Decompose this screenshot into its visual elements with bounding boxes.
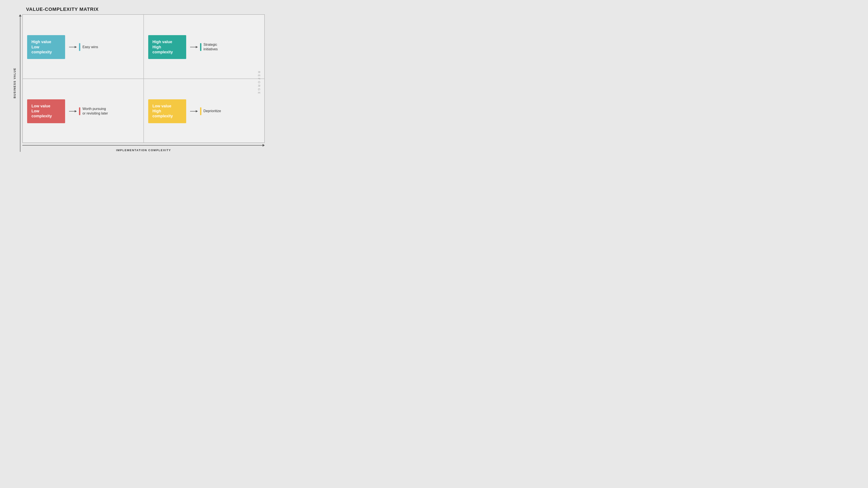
x-axis-label-row: IMPLEMENTATION COMPLEXITY (22, 149, 265, 152)
bottom-right-arrow-icon (190, 109, 198, 113)
quadrant-box-bottom-left: Low value Low complexity (27, 99, 65, 123)
bottom-right-line1: Low value (153, 104, 182, 109)
x-axis-label: IMPLEMENTATION COMPLEXITY (116, 149, 171, 152)
x-axis-arrow (262, 144, 265, 147)
x-axis-line (22, 145, 262, 145)
svg-marker-5 (75, 110, 77, 112)
quadrant-bottom-left: Low value Low complexity Worth pursuingo… (23, 79, 144, 143)
quadrant-bottom-right: Low value High complexity Deprioritize (144, 79, 265, 143)
svg-marker-3 (196, 46, 198, 48)
chart-title: VALUE-COMPLEXITY MATRIX (26, 6, 99, 12)
y-axis-arrow-container (18, 14, 22, 152)
watermark: REFORGE (257, 71, 261, 95)
axis-and-grid: High value Low complexity Easy wins (18, 14, 265, 152)
bottom-left-line2: Low complexity (31, 109, 61, 119)
top-left-color-bar (79, 43, 80, 51)
bottom-left-line1: Low value (31, 104, 61, 109)
bottom-left-arrow-label: Worth pursuingor revisiting later (69, 107, 140, 116)
grid-and-bottom: High value Low complexity Easy wins (22, 14, 265, 152)
top-left-arrow-icon (69, 45, 77, 49)
top-right-arrow-label: Strategicinitiatives (190, 42, 261, 52)
top-left-line1: High value (31, 39, 61, 44)
quadrant-top-right: High value High complexity Strategicinit… (144, 14, 265, 79)
top-right-line1: High value (153, 39, 182, 44)
bottom-left-color-bar (79, 107, 80, 115)
top-left-line2: Low complexity (31, 45, 61, 55)
bottom-right-line2: High complexity (153, 109, 182, 119)
matrix-grid: High value Low complexity Easy wins (22, 14, 265, 143)
matrix-wrapper: High value Low complexity Easy wins (18, 14, 265, 152)
bottom-right-arrow-label: Deprioritize (190, 107, 261, 115)
bottom-left-arrow-icon (69, 109, 77, 113)
top-right-color-bar (200, 43, 202, 51)
top-left-label: Easy wins (83, 45, 98, 50)
svg-marker-1 (75, 46, 77, 48)
x-axis-row (22, 143, 265, 148)
y-axis-arrow (19, 14, 22, 17)
y-axis-label: BUSINESS VALUE (13, 68, 16, 98)
top-left-arrow-label: Easy wins (69, 43, 140, 51)
page-container: VALUE-COMPLEXITY MATRIX BUSINESS VALUE H… (0, 0, 278, 156)
top-right-line2: High complexity (153, 45, 182, 55)
chart-area: BUSINESS VALUE High value Low complexity (13, 14, 265, 152)
y-axis-line (20, 17, 21, 152)
quadrant-top-left: High value Low complexity Easy wins (23, 14, 144, 79)
top-right-label: Strategicinitiatives (204, 42, 218, 52)
top-right-arrow-icon (190, 45, 198, 49)
quadrant-box-top-right: High value High complexity (148, 35, 186, 59)
bottom-right-label: Deprioritize (204, 109, 221, 113)
svg-marker-7 (196, 110, 198, 112)
bottom-left-label: Worth pursuingor revisiting later (83, 107, 108, 116)
bottom-right-color-bar (200, 107, 202, 115)
quadrant-box-bottom-right: Low value High complexity (148, 99, 186, 123)
quadrant-box-top-left: High value Low complexity (27, 35, 65, 59)
